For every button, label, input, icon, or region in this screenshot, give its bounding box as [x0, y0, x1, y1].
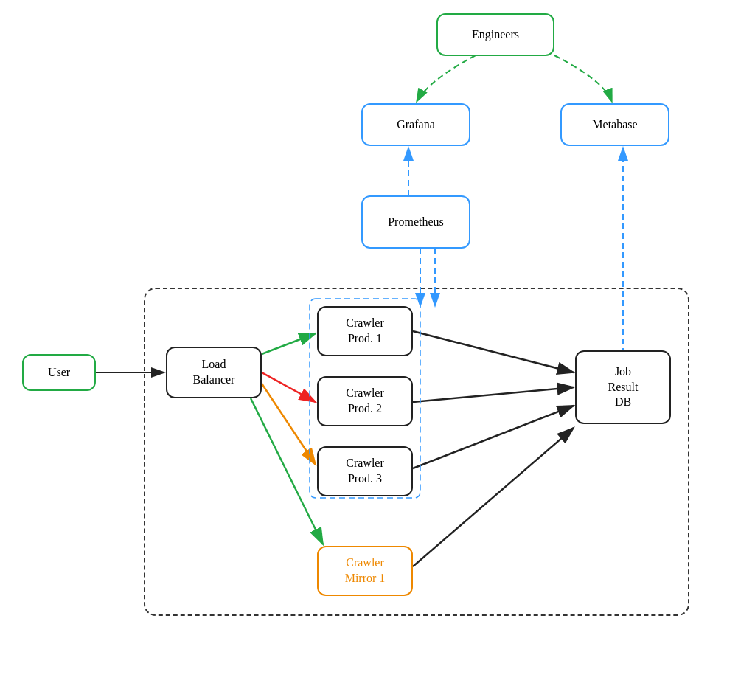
crawler-prod-2-node: CrawlerProd. 2	[317, 376, 413, 426]
crawler-prod-3-node: CrawlerProd. 3	[317, 446, 413, 496]
engineers-node: Engineers	[436, 13, 554, 56]
crawler-prod-2-label: CrawlerProd. 2	[346, 386, 384, 417]
grafana-label: Grafana	[397, 117, 435, 133]
prometheus-node: Prometheus	[361, 195, 470, 249]
crawler-mirror-1-node: CrawlerMirror 1	[317, 546, 413, 596]
engineers-label: Engineers	[472, 27, 519, 43]
diagram: Engineers Grafana Metabase Prometheus Us…	[0, 0, 755, 700]
grafana-node: Grafana	[361, 103, 470, 146]
user-label: User	[48, 365, 70, 381]
prometheus-label: Prometheus	[388, 215, 444, 230]
job-result-db-label: JobResultDB	[608, 364, 639, 410]
crawler-prod-1-node: CrawlerProd. 1	[317, 306, 413, 356]
crawler-prod-3-label: CrawlerProd. 3	[346, 456, 384, 487]
load-balancer-node: LoadBalancer	[166, 347, 262, 398]
user-node: User	[22, 354, 96, 391]
load-balancer-label: LoadBalancer	[193, 357, 235, 388]
system-boundary	[144, 288, 689, 616]
job-result-db-node: JobResultDB	[575, 350, 671, 424]
metabase-node: Metabase	[560, 103, 669, 146]
metabase-label: Metabase	[592, 117, 637, 133]
crawler-prod-1-label: CrawlerProd. 1	[346, 316, 384, 347]
crawler-mirror-1-label: CrawlerMirror 1	[345, 555, 386, 586]
